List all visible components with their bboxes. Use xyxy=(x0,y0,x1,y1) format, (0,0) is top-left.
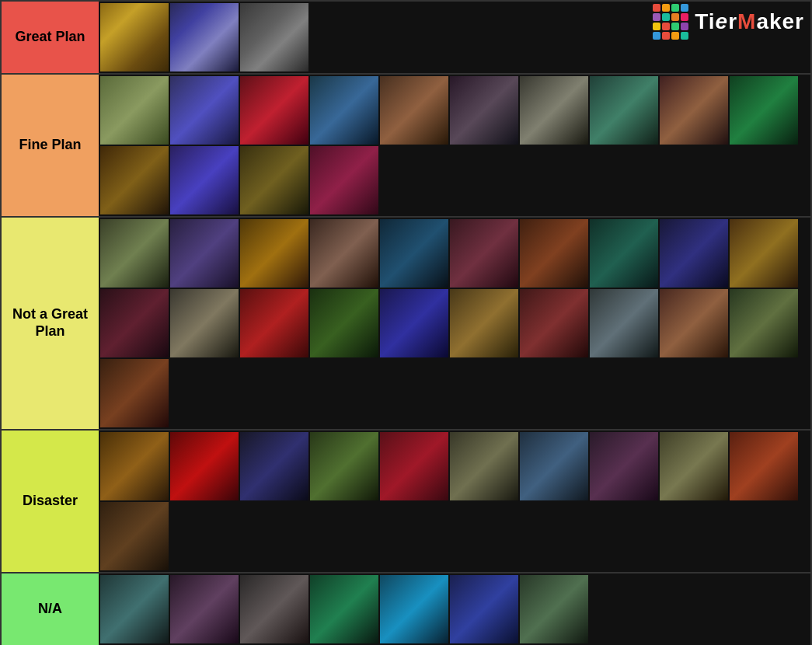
list-item[interactable] xyxy=(450,76,518,145)
villain-card xyxy=(520,575,588,643)
list-item[interactable] xyxy=(310,76,378,145)
logo-dot-13 xyxy=(653,32,660,40)
villain-card xyxy=(520,289,588,357)
logo-dot-10 xyxy=(662,23,670,30)
list-item[interactable] xyxy=(100,146,169,214)
list-item[interactable] xyxy=(520,76,588,145)
villain-card xyxy=(590,219,658,288)
list-item[interactable] xyxy=(660,432,728,500)
villain-card xyxy=(660,76,728,145)
list-item[interactable] xyxy=(660,76,728,145)
list-item[interactable] xyxy=(100,219,169,288)
villain-card xyxy=(100,432,169,500)
list-item[interactable] xyxy=(310,432,378,500)
logo-dot-9 xyxy=(653,23,660,30)
list-item[interactable] xyxy=(380,575,448,643)
villain-card xyxy=(240,146,308,214)
list-item[interactable] xyxy=(170,289,239,357)
villain-card xyxy=(730,76,798,145)
logo-dot-4 xyxy=(681,4,688,12)
list-item[interactable] xyxy=(170,575,239,643)
villain-card xyxy=(240,575,308,643)
logo-dot-14 xyxy=(662,32,670,40)
list-item[interactable] xyxy=(240,575,308,643)
list-item[interactable] xyxy=(170,432,239,500)
list-item[interactable] xyxy=(310,219,378,288)
villain-card xyxy=(100,289,169,357)
list-item[interactable] xyxy=(380,289,448,357)
list-item[interactable] xyxy=(520,289,588,357)
villain-card xyxy=(380,289,448,357)
list-item[interactable] xyxy=(170,76,239,145)
logo-grid xyxy=(653,4,688,40)
tier-row-disaster: Disaster xyxy=(2,431,810,574)
list-item[interactable] xyxy=(100,289,169,357)
list-item[interactable] xyxy=(310,575,378,643)
list-item[interactable] xyxy=(590,289,658,357)
list-item[interactable] xyxy=(450,432,518,500)
tiermaker-text: TierMaker xyxy=(695,9,804,34)
villain-card xyxy=(450,432,518,500)
list-item[interactable] xyxy=(450,575,518,643)
list-item[interactable] xyxy=(730,432,798,500)
list-item[interactable] xyxy=(240,76,308,145)
list-item[interactable] xyxy=(520,219,588,288)
list-item[interactable] xyxy=(380,432,448,500)
list-item[interactable] xyxy=(730,76,798,145)
list-item[interactable] xyxy=(240,219,308,288)
list-item[interactable] xyxy=(100,575,169,643)
list-item[interactable] xyxy=(520,432,588,500)
villain-card xyxy=(450,219,518,288)
list-item[interactable] xyxy=(590,219,658,288)
logo-dot-7 xyxy=(671,13,679,21)
villain-card xyxy=(100,575,169,643)
logo-dot-15 xyxy=(671,32,679,40)
list-item[interactable] xyxy=(100,502,169,570)
villain-card xyxy=(170,219,239,288)
list-item[interactable] xyxy=(240,289,308,357)
list-item[interactable] xyxy=(100,3,169,71)
tier-list: Great Plan Fine Plan xyxy=(0,0,812,645)
logo-dot-3 xyxy=(671,4,679,12)
list-item[interactable] xyxy=(660,219,728,288)
list-item[interactable] xyxy=(310,146,378,214)
list-item[interactable] xyxy=(520,575,588,643)
logo-dot-8 xyxy=(681,13,688,21)
villain-card xyxy=(730,289,798,357)
list-item[interactable] xyxy=(450,289,518,357)
list-item[interactable] xyxy=(170,219,239,288)
logo-dot-1 xyxy=(653,4,660,12)
list-item[interactable] xyxy=(590,76,658,145)
list-item[interactable] xyxy=(310,289,378,357)
list-item[interactable] xyxy=(450,219,518,288)
list-item[interactable] xyxy=(240,146,308,214)
logo-dot-12 xyxy=(681,23,688,30)
list-item[interactable] xyxy=(100,76,169,145)
villain-card xyxy=(100,146,169,214)
list-item[interactable] xyxy=(100,432,169,500)
villain-card xyxy=(240,76,308,145)
villain-card xyxy=(170,289,239,357)
villain-card xyxy=(100,3,169,71)
list-item[interactable] xyxy=(380,219,448,288)
villain-card xyxy=(310,146,378,214)
list-item[interactable] xyxy=(590,432,658,500)
villain-card xyxy=(380,432,448,500)
villain-card xyxy=(380,575,448,643)
list-item[interactable] xyxy=(170,146,239,214)
list-item[interactable] xyxy=(240,432,308,500)
villain-card xyxy=(310,219,378,288)
villain-card xyxy=(240,219,308,288)
logo-dot-16 xyxy=(681,32,688,40)
list-item[interactable] xyxy=(170,3,239,71)
list-item[interactable] xyxy=(730,289,798,357)
villain-card xyxy=(240,289,308,357)
list-item[interactable] xyxy=(660,289,728,357)
tiermaker-logo: TierMaker xyxy=(653,4,804,40)
villain-card xyxy=(310,432,378,500)
list-item[interactable] xyxy=(240,3,308,71)
list-item[interactable] xyxy=(730,219,798,288)
list-item[interactable] xyxy=(100,359,169,427)
villain-card xyxy=(590,432,658,500)
list-item[interactable] xyxy=(380,76,448,145)
